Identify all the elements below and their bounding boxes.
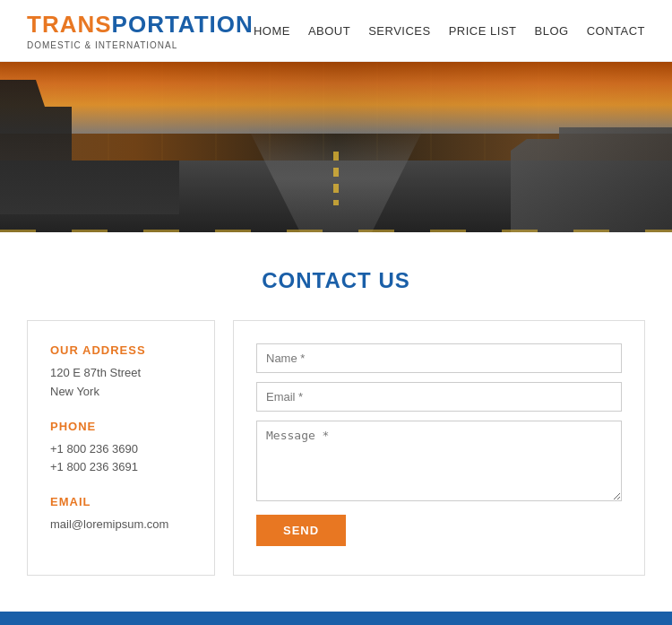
email-text: mail@loremipsum.com [50, 516, 192, 534]
address-line1: 120 E 87th Street [50, 366, 141, 379]
contact-info-card: OUR ADDRESS 120 E 87th Street New York P… [27, 320, 215, 576]
address-line2: New York [50, 385, 99, 398]
phone1: +1 800 236 3690 [50, 442, 138, 456]
hero-banner [0, 62, 672, 232]
nav-contact[interactable]: CONTACT [587, 24, 645, 38]
header: TRANSPORTATION DOMESTIC & INTERNATIONAL … [0, 0, 672, 62]
logo: TRANSPORTATION DOMESTIC & INTERNATIONAL [27, 11, 254, 50]
logo-orange: TRANS [27, 11, 112, 38]
nav-services[interactable]: SERVICES [368, 24, 431, 38]
nav-blog[interactable]: BLOG [535, 24, 569, 38]
email-title: EMAIL [50, 495, 192, 508]
main-nav: HOME ABOUT SERVICES PRICE LIST BLOG CONT… [254, 24, 645, 38]
nav-home[interactable]: HOME [254, 24, 290, 38]
logo-subtitle: DOMESTIC & INTERNATIONAL [27, 40, 254, 50]
contact-section: CONTACT US OUR ADDRESS 120 E 87th Street… [0, 232, 672, 612]
address-title: OUR ADDRESS [50, 343, 192, 357]
email-input[interactable] [256, 382, 622, 412]
contact-grid: OUR ADDRESS 120 E 87th Street New York P… [27, 320, 645, 576]
logo-title: TRANSPORTATION [27, 11, 254, 39]
phone2: +1 800 236 3691 [50, 460, 138, 473]
road-marking [333, 152, 339, 205]
contact-title: CONTACT US [27, 268, 645, 293]
hero-sky [0, 62, 672, 134]
email-address: mail@loremipsum.com [50, 517, 168, 531]
road-line-bottom [0, 230, 672, 232]
nav-about[interactable]: ABOUT [308, 24, 350, 38]
message-input[interactable] [256, 421, 622, 501]
footer: f t g+ in Copyright © domainname.com. Al… [0, 612, 672, 625]
logo-blue: PORTATION [112, 11, 254, 38]
name-input[interactable] [256, 343, 622, 373]
hero-background [0, 62, 672, 232]
nav-price-list[interactable]: PRICE LIST [449, 24, 517, 38]
phone-text: +1 800 236 3690 +1 800 236 3691 [50, 440, 192, 478]
contact-form-card: SEND [233, 320, 645, 576]
send-button[interactable]: SEND [256, 515, 346, 546]
address-text: 120 E 87th Street New York [50, 364, 192, 402]
phone-title: PHONE [50, 420, 192, 433]
